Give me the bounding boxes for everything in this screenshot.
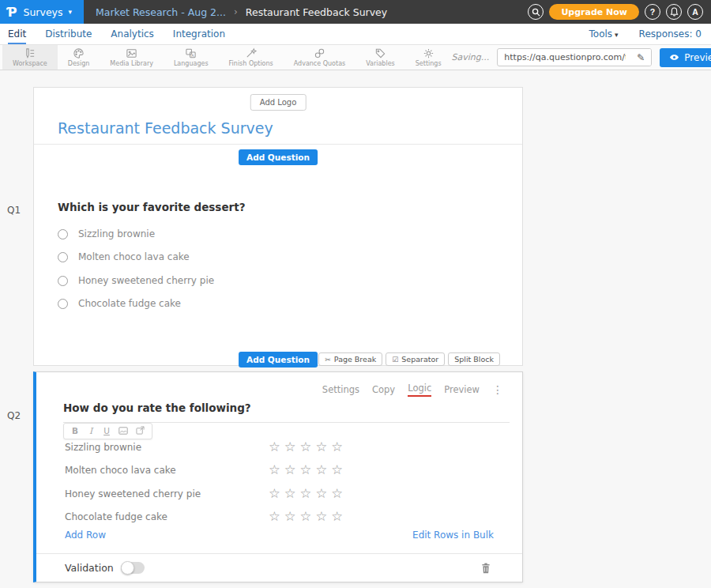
star-icon[interactable]: ☆	[331, 511, 343, 524]
breadcrumb-folder[interactable]: Market Research - Aug 2...	[96, 6, 226, 18]
star-icon[interactable]: ☆	[269, 464, 280, 477]
toolbar-item-settings[interactable]: Settings	[405, 45, 452, 70]
star-icon[interactable]: ☆	[331, 488, 343, 501]
question-preview-menu-item[interactable]: Preview	[444, 384, 480, 395]
q2-question-text[interactable]: How do you rate the following?	[63, 401, 510, 423]
radio-icon[interactable]	[58, 252, 68, 262]
breadcrumb: Market Research - Aug 2... › Restaurant …	[96, 6, 387, 18]
tab-distribute[interactable]: Distribute	[45, 24, 92, 44]
survey-url-input[interactable]	[498, 52, 630, 62]
tab-edit[interactable]: Edit	[8, 24, 26, 44]
tab-analytics[interactable]: Analytics	[111, 24, 154, 44]
italic-button[interactable]: I	[87, 427, 95, 435]
rating-row-label[interactable]: Sizzling brownie	[65, 442, 269, 453]
insert-image-button[interactable]	[118, 427, 128, 436]
separator-button[interactable]: ☑ Separator	[386, 352, 445, 366]
trash-icon	[481, 563, 491, 574]
q1-option-2[interactable]: Molten choco lava cake	[58, 251, 190, 262]
survey-block-card: Add Logo Restaurant Feedback Survey Add …	[33, 87, 523, 366]
upgrade-now-button[interactable]: Upgrade Now	[549, 4, 639, 20]
add-logo-button[interactable]: Add Logo	[250, 94, 307, 111]
search-button[interactable]	[528, 4, 544, 20]
star-icon[interactable]: ☆	[284, 488, 296, 501]
add-question-button-bottom[interactable]: Add Question	[239, 352, 318, 368]
star-icon[interactable]: ☆	[300, 488, 312, 501]
q1-question-text[interactable]: Which is your favorite dessert?	[58, 201, 246, 213]
more-options-icon[interactable]: ⋮	[492, 384, 503, 395]
preview-button[interactable]: Preview	[660, 48, 711, 67]
avatar-button[interactable]: A	[687, 4, 703, 20]
q1-option-4[interactable]: Chocolate fudge cake	[58, 298, 181, 309]
rating-row-3: Honey sweetened cherry pie ☆☆☆☆☆	[65, 485, 494, 503]
star-icon[interactable]: ☆	[269, 488, 280, 501]
rating-row-label[interactable]: Honey sweetened cherry pie	[65, 488, 269, 499]
toolbar-item-variables[interactable]: Variables	[356, 45, 405, 70]
chevron-down-icon: ▾	[69, 8, 73, 16]
star-icon[interactable]: ☆	[331, 441, 343, 454]
survey-title[interactable]: Restaurant Feedback Survey	[58, 119, 273, 137]
row-actions: Add Row Edit Rows in Bulk	[65, 530, 494, 541]
radio-icon[interactable]	[58, 299, 68, 309]
star-rating: ☆☆☆☆☆	[269, 511, 343, 524]
star-icon[interactable]: ☆	[315, 464, 327, 477]
star-icon[interactable]: ☆	[315, 441, 327, 454]
delete-question-button[interactable]	[481, 563, 491, 574]
question-logic-menu-item[interactable]: Logic	[408, 383, 431, 397]
edit-url-button[interactable]: ✎	[630, 49, 651, 66]
star-icon[interactable]: ☆	[300, 441, 312, 454]
star-rating: ☆☆☆☆☆	[269, 441, 343, 454]
validation-label: Validation	[65, 562, 114, 574]
star-icon[interactable]: ☆	[284, 441, 296, 454]
svg-text:A: A	[191, 53, 194, 58]
tab-integration[interactable]: Integration	[173, 24, 225, 44]
avatar-initial: A	[692, 7, 698, 17]
star-icon[interactable]: ☆	[284, 464, 296, 477]
q1-option-1[interactable]: Sizzling brownie	[58, 228, 155, 239]
divider	[34, 144, 522, 145]
question-copy-menu-item[interactable]: Copy	[372, 384, 395, 395]
star-icon[interactable]: ☆	[284, 511, 296, 524]
rating-row-label[interactable]: Chocolate fudge cake	[65, 511, 269, 522]
toolbar-item-finish-options[interactable]: Finish Options	[219, 45, 284, 70]
chevron-down-icon: ▾	[615, 31, 619, 39]
toolbar-item-languages[interactable]: A Languages	[164, 45, 219, 70]
rating-row-1: Sizzling brownie ☆☆☆☆☆	[65, 439, 494, 456]
toolbar-right: Saving... ✎ Preview	[452, 45, 711, 70]
edit-rows-in-bulk-link[interactable]: Edit Rows in Bulk	[412, 530, 494, 541]
insert-link-button[interactable]	[136, 426, 145, 436]
add-row-link[interactable]: Add Row	[65, 530, 106, 541]
help-button[interactable]: ?	[645, 4, 660, 20]
add-question-button-top[interactable]: Add Question	[239, 149, 318, 165]
tools-menu[interactable]: Tools▾	[589, 28, 619, 40]
star-icon[interactable]: ☆	[269, 511, 280, 524]
block-footer: Add Question ✂ Page Break ☑ Separator Sp…	[34, 351, 522, 367]
notifications-button[interactable]	[666, 4, 682, 20]
toolbar-label: Variables	[366, 60, 395, 67]
page-break-button[interactable]: ✂ Page Break	[318, 352, 382, 366]
star-icon[interactable]: ☆	[315, 488, 327, 501]
toolbar-item-design[interactable]: Design	[58, 45, 100, 70]
toolbar-item-advance-quotas[interactable]: Advance Quotas	[284, 45, 356, 70]
toolbar-label: Finish Options	[229, 60, 273, 67]
star-icon[interactable]: ☆	[315, 511, 327, 524]
surveys-product-menu[interactable]: Ƥ Surveys ▾	[0, 0, 84, 24]
toolbar-label: Settings	[416, 60, 442, 67]
star-icon[interactable]: ☆	[269, 441, 280, 454]
toolbar-item-workspace[interactable]: Workspace	[2, 45, 58, 70]
radio-icon[interactable]	[58, 229, 68, 239]
responses-count[interactable]: Responses: 0	[639, 28, 702, 40]
rating-row-label[interactable]: Molten choco lava cake	[65, 465, 269, 476]
star-icon[interactable]: ☆	[300, 464, 312, 477]
underline-button[interactable]: U	[103, 427, 111, 435]
question-settings-menu-item[interactable]: Settings	[322, 384, 359, 395]
split-block-button[interactable]: Split Block	[448, 352, 500, 366]
question-number-q2: Q2	[7, 410, 21, 421]
star-icon[interactable]: ☆	[300, 511, 312, 524]
star-icon[interactable]: ☆	[331, 464, 343, 477]
survey-section-nav: Edit Distribute Analytics Integration To…	[0, 24, 711, 45]
radio-icon[interactable]	[58, 276, 68, 286]
q1-option-3[interactable]: Honey sweetened cherry pie	[58, 275, 214, 286]
toolbar-item-media-library[interactable]: Media Library	[100, 45, 164, 70]
bold-button[interactable]: B	[71, 427, 79, 435]
validation-toggle[interactable]	[121, 562, 145, 574]
